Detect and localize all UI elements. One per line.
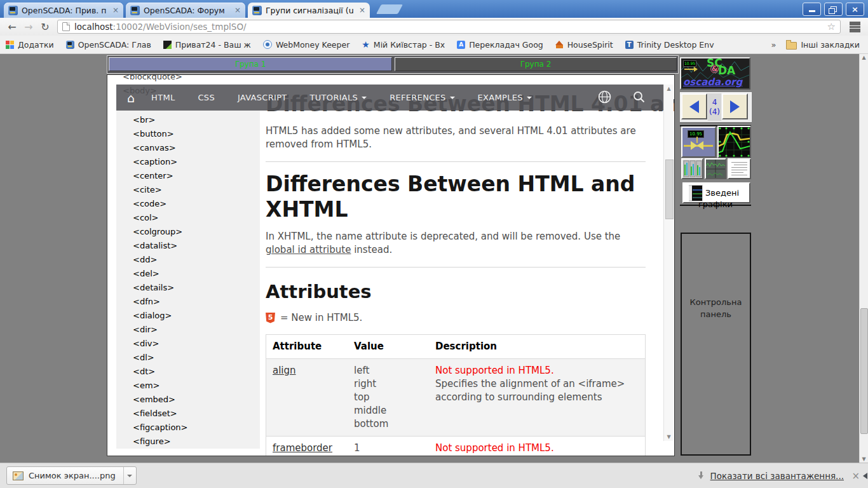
bookmark-star-icon[interactable]: ☆ xyxy=(827,21,836,32)
browser-toolbar: ← → ↻ localhost :10002/WebVision/ses_tmp… xyxy=(0,18,868,36)
home-icon[interactable]: ⌂ xyxy=(127,91,135,105)
global-id-attribute-link[interactable]: global id attribute xyxy=(266,244,351,255)
sidebar-tag-link[interactable]: <em> xyxy=(133,379,260,393)
sidebar-tag-link[interactable]: <div> xyxy=(133,337,260,351)
sidebar-tag-link[interactable]: <br> xyxy=(133,113,260,127)
mnemo-valve-button[interactable]: 10.95 xyxy=(681,126,716,158)
sidebar-tag-link[interactable]: <caption> xyxy=(133,155,260,169)
scrollbar-thumb[interactable] xyxy=(860,308,868,434)
address-bar[interactable]: localhost :10002/WebVision/ses_tmplSO/ ☆ xyxy=(57,20,841,34)
trend-icon xyxy=(719,127,750,157)
show-all-downloads-link[interactable]: Показати всі завантаження... xyxy=(710,471,844,481)
maximize-button[interactable] xyxy=(824,3,843,16)
bookmark-webmoney[interactable]: WebMoney Keeper xyxy=(263,40,349,50)
scrollbar-thumb[interactable] xyxy=(665,159,674,219)
forward-icon[interactable]: → xyxy=(20,21,37,33)
iframe-scrollbar[interactable]: ▲ ▼ xyxy=(663,85,674,441)
sidebar-tag-link[interactable]: <dfn> xyxy=(133,295,260,309)
tab-close-icon[interactable]: × xyxy=(234,6,241,15)
sidebar-tag-link[interactable]: <del> xyxy=(133,267,260,281)
sidebar-tag-link[interactable]: <embed> xyxy=(133,393,260,407)
bookmark-trinity[interactable]: T Trinity Desktop Env xyxy=(625,40,714,50)
close-download-bar-icon[interactable]: × xyxy=(851,470,860,482)
sidebar-tag-link[interactable]: <figure> xyxy=(133,435,260,449)
sidebar-tag-link[interactable]: <details> xyxy=(133,281,260,295)
tab-title: OpenSCADA: Прив. п xyxy=(22,6,109,15)
sidebar-tag-link[interactable]: <dl> xyxy=(133,351,260,365)
other-bookmarks[interactable]: Інші закладки xyxy=(786,40,860,50)
back-icon[interactable]: ← xyxy=(4,21,20,33)
sidebar-tag-link[interactable]: <dir> xyxy=(133,323,260,337)
bookmark-openscada[interactable]: OpenSCADA: Глав xyxy=(66,40,151,50)
browser-titlebar: OpenSCADA: Прив. п × OpenSCADA: Форум × … xyxy=(0,0,868,18)
bookmarks-overflow-chevron[interactable]: » xyxy=(771,40,776,50)
browser-scrollbar[interactable]: ▲ ▼ xyxy=(859,54,868,463)
align-attribute-link[interactable]: align xyxy=(273,365,296,376)
scroll-down-icon[interactable]: ▼ xyxy=(860,456,868,462)
arrow-left-icon xyxy=(689,100,699,113)
frameborder-attribute-link[interactable]: frameborder xyxy=(273,442,332,454)
html5-note: 5 = New in HTML5. xyxy=(266,312,646,323)
new-tab-button[interactable] xyxy=(376,4,403,14)
bookmarks-right-group: » Інші закладки xyxy=(771,40,862,50)
group-tab-2[interactable]: Група 2 xyxy=(395,57,677,71)
browser-tab-1[interactable]: OpenSCADA: Прив. п × xyxy=(4,3,123,18)
next-page-button[interactable] xyxy=(722,93,748,119)
sidebar-link-clipped[interactable]: <blockquote> xyxy=(123,74,182,81)
scroll-down-icon[interactable]: ▼ xyxy=(664,434,674,440)
window-controls: × xyxy=(803,3,864,16)
sidebar-tag-link[interactable]: <col> xyxy=(133,211,260,225)
menu-icon[interactable] xyxy=(850,22,860,32)
sidebar-tag-link[interactable]: <button> xyxy=(133,127,260,141)
sidebar-tag-link[interactable]: <canvas> xyxy=(133,141,260,155)
scroll-up-icon[interactable]: ▲ xyxy=(664,86,674,92)
nav-javascript[interactable]: JAVASCRIPT xyxy=(238,93,287,102)
tab-close-icon[interactable]: × xyxy=(359,6,365,15)
description-cell: Not supported in HTML5. Specifies whethe… xyxy=(429,437,646,457)
tab-close-icon[interactable]: × xyxy=(112,6,119,15)
sidebar-tag-link[interactable]: <fieldset> xyxy=(133,407,260,421)
sidebar-tag-link[interactable]: <dd> xyxy=(133,253,260,267)
nav-examples[interactable]: EXAMPLES xyxy=(478,93,532,102)
nav-tutorials[interactable]: TUTORIALS xyxy=(310,93,367,102)
house-icon xyxy=(555,41,564,49)
panel-hide-arrow-icon[interactable] xyxy=(863,473,867,479)
sidebar-tag-link[interactable]: <colgroup> xyxy=(133,225,260,239)
sidebar-tag-link[interactable]: <figcaption> xyxy=(133,421,260,435)
bookmark-kyivstar[interactable]: ★ Мій Київстар - Вх xyxy=(362,39,445,50)
sidebar-tag-link[interactable]: <cite> xyxy=(133,183,260,197)
sidebar-tag-link[interactable]: <datalist> xyxy=(133,239,260,253)
bookmark-translate[interactable]: А Перекладач Goog xyxy=(457,40,543,50)
reload-icon[interactable]: ↻ xyxy=(37,21,53,33)
minimize-button[interactable] xyxy=(803,3,821,16)
browser-tab-3-active[interactable]: Групи сигналізації (u × xyxy=(248,3,370,18)
bookmark-privat24[interactable]: Приват24 - Ваш ж xyxy=(163,40,251,50)
nav-html[interactable]: HTML xyxy=(151,93,175,102)
sidebar-tag-link[interactable]: <code> xyxy=(133,197,260,211)
table-row: align left right top middle bottom Not s… xyxy=(266,359,646,437)
search-icon[interactable] xyxy=(633,91,645,105)
spectrum-button[interactable] xyxy=(705,158,726,179)
scroll-up-icon[interactable]: ▲ xyxy=(860,55,868,60)
close-button[interactable]: × xyxy=(846,3,864,16)
oscada-logo-button[interactable]: 10.95 SC & DA oscada.org xyxy=(680,57,750,90)
paragraph: HTML5 has added some new attributes, and… xyxy=(266,125,646,151)
prev-page-button[interactable] xyxy=(681,93,707,119)
sidebar-tag-link[interactable]: <center> xyxy=(133,169,260,183)
sidebar-tag-link[interactable]: <dt> xyxy=(133,365,260,379)
bookmark-apps[interactable]: Додатки xyxy=(6,40,54,50)
bar-gauges-button[interactable] xyxy=(681,158,703,179)
downloaded-file-button[interactable]: Снимок экран....png xyxy=(6,466,137,485)
download-options-dropdown[interactable] xyxy=(123,467,136,484)
trend-graph-button[interactable] xyxy=(717,126,751,158)
report-document-button[interactable] xyxy=(728,158,751,179)
nav-references[interactable]: REFERENCES xyxy=(390,93,454,102)
bookmark-housespirit[interactable]: HouseSpirit xyxy=(555,40,613,50)
sidebar-tag-link[interactable]: <dialog> xyxy=(133,309,260,323)
download-bar-right: Показати всі завантаження... xyxy=(698,463,844,488)
globe-icon[interactable] xyxy=(598,90,611,105)
openscada-favicon xyxy=(252,6,262,15)
browser-tab-2[interactable]: OpenSCADA: Форум × xyxy=(126,3,245,18)
nav-css[interactable]: CSS xyxy=(198,93,214,102)
group-tab-1[interactable]: Група 1 xyxy=(109,57,392,71)
